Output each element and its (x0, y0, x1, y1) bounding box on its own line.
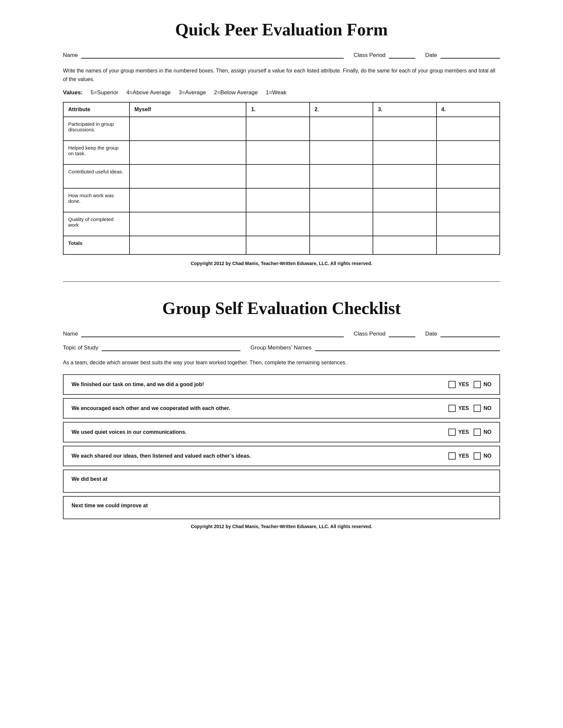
checklist-item-4-text: We each shared our ideas, then listened … (71, 453, 448, 459)
cell-2-total[interactable] (310, 236, 373, 254)
table-row: How much work was done. (63, 188, 500, 212)
value-3: 3=Average (179, 89, 206, 96)
cell-1-2[interactable] (246, 164, 309, 188)
section2-date-label: Date (425, 331, 437, 337)
cell-myself-4[interactable] (129, 212, 246, 236)
yes-no-group-3: YES NO (448, 429, 492, 436)
yes-no-group-4: YES NO (448, 452, 492, 460)
cell-3-2[interactable] (373, 164, 436, 188)
attr-participated: Participated in group discussions. (63, 117, 129, 141)
section2-date-field-line[interactable] (441, 330, 500, 337)
cell-4-total[interactable] (437, 236, 500, 254)
cell-myself-2[interactable] (129, 164, 246, 188)
cell-4-4[interactable] (437, 212, 500, 236)
group-members-field-line[interactable] (315, 344, 500, 351)
no-checkbox-1-box[interactable] (474, 381, 481, 388)
yes-checkbox-4-label[interactable]: YES (448, 452, 469, 460)
date-field-line[interactable] (441, 51, 500, 59)
value-4: 2=Below Average (214, 89, 258, 96)
group-members-label: Group Members’ Names (250, 344, 312, 351)
cell-myself-total[interactable] (129, 236, 246, 254)
cell-3-0[interactable] (373, 117, 436, 141)
no-label-3: NO (484, 429, 492, 435)
cell-2-4[interactable] (310, 212, 373, 236)
yes-checkbox-3-box[interactable] (448, 429, 456, 436)
cell-3-4[interactable] (373, 212, 436, 236)
no-checkbox-2-box[interactable] (474, 405, 481, 412)
section2-name-row: Name Class Period Date (63, 330, 500, 337)
values-line: Values: 5=Superior 4=Above Average 3=Ave… (63, 89, 500, 96)
cell-4-2[interactable] (437, 164, 500, 188)
cell-myself-1[interactable] (129, 141, 246, 164)
no-label-1: NO (484, 382, 492, 387)
cell-3-1[interactable] (373, 141, 436, 164)
cell-1-1[interactable] (246, 141, 309, 164)
quick-peer-evaluation-section: Quick Peer Evaluation Form Name Class Pe… (63, 20, 500, 282)
col-header-1: 1. (246, 102, 309, 117)
section1-name-row: Name Class Period Date (63, 51, 500, 59)
cell-1-0[interactable] (246, 117, 309, 141)
cell-1-3[interactable] (246, 188, 309, 212)
yes-checkbox-2-box[interactable] (448, 405, 456, 412)
class-period-field-line[interactable] (389, 51, 415, 59)
cell-2-2[interactable] (310, 164, 373, 188)
no-checkbox-4-label[interactable]: NO (474, 452, 492, 460)
section2-name-field-line[interactable] (81, 330, 344, 337)
cell-4-0[interactable] (437, 117, 500, 141)
section2-title: Group Self Evaluation Checklist (63, 298, 500, 318)
cell-3-3[interactable] (373, 188, 436, 212)
yes-checkbox-4-box[interactable] (448, 452, 456, 460)
checklist-item-2: We encouraged each other and we cooperat… (63, 398, 500, 419)
open-item-1[interactable]: We did best at (63, 470, 500, 493)
checklist-item-4: We each shared our ideas, then listened … (63, 446, 500, 466)
cell-1-total[interactable] (246, 236, 309, 254)
open-item-2[interactable]: Next time we could improve at (63, 496, 500, 519)
section2-class-period-field-line[interactable] (389, 330, 415, 337)
yes-checkbox-1-box[interactable] (448, 381, 456, 388)
yes-checkbox-2-label[interactable]: YES (448, 405, 469, 412)
cell-2-3[interactable] (310, 188, 373, 212)
attr-ideas: Contributed useful ideas. (63, 164, 129, 188)
col-header-attribute: Attribute (63, 102, 129, 117)
value-1: 5=Superior (91, 89, 118, 96)
evaluation-table: Attribute Myself 1. 2. 3. 4. Participate… (63, 102, 500, 255)
date-label: Date (425, 52, 437, 59)
group-self-evaluation-section: Group Self Evaluation Checklist Name Cla… (63, 282, 500, 529)
col-header-2: 2. (310, 102, 373, 117)
class-period-label: Class Period (354, 52, 386, 59)
yes-checkbox-1-label[interactable]: YES (448, 381, 469, 388)
no-checkbox-4-box[interactable] (474, 452, 481, 460)
cell-myself-3[interactable] (129, 188, 246, 212)
checklist-item-2-text: We encouraged each other and we cooperat… (71, 405, 448, 411)
checklist-item-3: We used quiet voices in our communicatio… (63, 422, 500, 442)
table-row: Quality of completed work (63, 212, 500, 236)
col-header-4: 4. (437, 102, 500, 117)
name-field-line[interactable] (81, 51, 344, 59)
attr-work-done: How much work was done. (63, 188, 129, 212)
cell-myself-0[interactable] (129, 117, 246, 141)
no-checkbox-1-label[interactable]: NO (474, 381, 492, 388)
yes-checkbox-3-label[interactable]: YES (448, 429, 469, 436)
cell-3-total[interactable] (373, 236, 436, 254)
no-checkbox-3-label[interactable]: NO (474, 429, 492, 436)
yes-no-group-1: YES NO (448, 381, 492, 388)
cell-2-0[interactable] (310, 117, 373, 141)
cell-4-3[interactable] (437, 188, 500, 212)
yes-no-group-2: YES NO (448, 405, 492, 412)
open-item-1-text: We did best at (71, 476, 107, 482)
table-row: Helped keep the group on task. (63, 141, 500, 164)
yes-label-4: YES (458, 453, 469, 459)
topic-field-line[interactable] (102, 344, 240, 351)
section2-copyright: Copyright 2012 by Chad Manis, Teacher-Wr… (63, 524, 500, 529)
no-checkbox-2-label[interactable]: NO (474, 405, 492, 412)
cell-4-1[interactable] (437, 141, 500, 164)
attr-on-task: Helped keep the group on task. (63, 141, 129, 164)
cell-2-1[interactable] (310, 141, 373, 164)
section1-title: Quick Peer Evaluation Form (63, 20, 500, 39)
no-checkbox-3-box[interactable] (474, 429, 481, 436)
checklist-item-1: We finished our task on time, and we did… (63, 374, 500, 395)
topic-label: Topic of Study (63, 344, 98, 351)
cell-1-4[interactable] (246, 212, 309, 236)
yes-label-3: YES (458, 429, 469, 435)
values-label: Values: (63, 89, 83, 96)
